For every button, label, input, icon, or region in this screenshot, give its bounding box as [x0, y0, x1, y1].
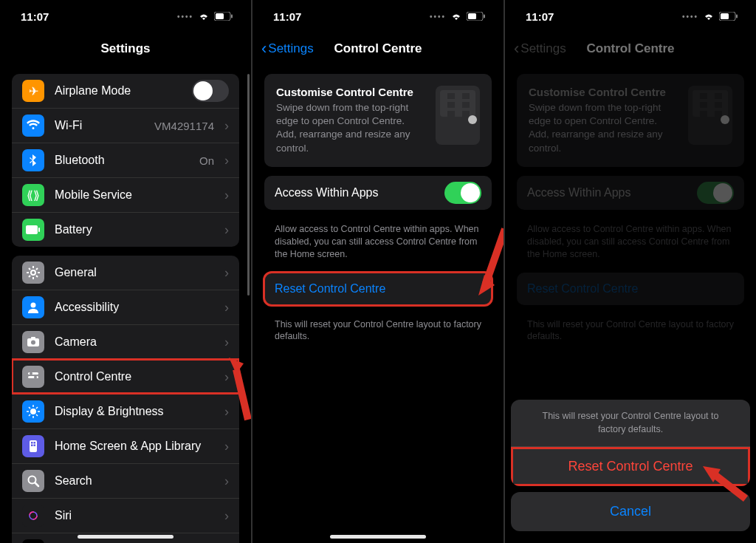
svg-point-12 [30, 372, 32, 375]
settings-row-bluetooth[interactable]: BluetoothOn› [12, 143, 239, 177]
battery-icon [467, 12, 486, 21]
camera-icon [22, 331, 44, 353]
chevron-right-icon: › [224, 300, 229, 315]
promo-description: Swipe down from the top-right edge to op… [529, 101, 678, 155]
apps-icon [22, 435, 44, 457]
access-switch[interactable] [444, 182, 481, 204]
svg-line-29 [35, 483, 39, 487]
access-within-apps-row[interactable]: Access Within Apps [264, 176, 492, 210]
sheet-cancel-button[interactable]: Cancel [511, 492, 750, 531]
cellular-icon: •••• [177, 13, 193, 21]
access-footer: Allow access to Control Centre within ap… [505, 219, 756, 264]
promo-description: Swipe down from the top-right edge to op… [276, 101, 425, 155]
reset-footer: This will reset your Control Centre layo… [252, 314, 504, 346]
svg-rect-1 [216, 13, 224, 19]
status-time: 11:07 [21, 10, 49, 23]
settings-row-mobile-service[interactable]: ⟪⟫Mobile Service› [12, 177, 239, 212]
customise-promo-card[interactable]: Customise Control Centre Swipe down from… [264, 74, 492, 167]
svg-rect-24 [31, 442, 33, 444]
svg-rect-2 [231, 15, 233, 18]
nav-title: Control Centre [587, 41, 675, 56]
chevron-right-icon: › [224, 265, 229, 281]
nav-bar: ‹ Settings Control Centre [505, 33, 756, 65]
row-label: Airplane Mode [55, 84, 182, 98]
battery-icon [719, 12, 738, 21]
battery-icon [214, 12, 233, 21]
row-value: VM4291174 [154, 120, 214, 132]
wifi-icon [22, 115, 44, 137]
row-label: Control Centre [55, 370, 214, 383]
status-bar: 11:07 •••• [505, 0, 756, 33]
svg-rect-26 [31, 445, 33, 447]
access-switch [697, 182, 734, 204]
toggle-switch[interactable] [192, 80, 229, 102]
row-label: Home Screen & App Library [55, 440, 214, 453]
back-button[interactable]: ‹ Settings [261, 41, 314, 57]
settings-row-accessibility[interactable]: Accessibility› [12, 290, 239, 324]
svg-point-13 [34, 376, 37, 379]
battery-icon [22, 219, 44, 241]
settings-row-home-screen-app-library[interactable]: Home Screen & App Library› [12, 428, 239, 463]
phone-screen-settings: 11:07 •••• Settings ✈Airplane ModeWi-FiV… [0, 0, 251, 543]
svg-line-21 [36, 407, 38, 409]
settings-row-wi-fi[interactable]: Wi-FiVM4291174› [12, 108, 239, 143]
wifi-icon [450, 12, 462, 21]
chevron-right-icon: › [224, 508, 229, 524]
customise-promo-card: Customise Control Centre Swipe down from… [517, 74, 744, 167]
settings-row-battery[interactable]: Battery› [12, 212, 239, 247]
scroll-indicator[interactable] [247, 74, 250, 296]
row-value: On [199, 154, 214, 167]
svg-point-6 [31, 303, 36, 308]
settings-row-control-centre[interactable]: Control Centre› [12, 359, 239, 394]
svg-rect-4 [38, 228, 40, 232]
icon-icon: ⟪⟫ [22, 184, 44, 206]
svg-line-19 [29, 407, 30, 409]
reset-label: Reset Control Centre [527, 282, 734, 296]
home-indicator[interactable] [330, 535, 426, 539]
svg-rect-44 [484, 15, 485, 18]
svg-line-20 [36, 414, 38, 416]
gear-icon [22, 262, 44, 284]
home-indicator[interactable] [78, 535, 173, 539]
svg-rect-9 [31, 337, 35, 339]
phone-screen-reset-sheet: 11:07 •••• ‹ Settings Control Centre Cus… [505, 0, 756, 543]
row-label: Wi-Fi [55, 119, 144, 132]
nav-title: Settings [100, 41, 150, 56]
sheet-reset-button[interactable]: Reset Control Centre [511, 447, 750, 486]
search-icon [22, 470, 44, 492]
back-button: ‹ Settings [514, 41, 566, 57]
row-label: Access Within Apps [275, 186, 434, 199]
settings-row-search[interactable]: Search› [12, 463, 239, 498]
settings-row-airplane-mode[interactable]: ✈Airplane Mode [12, 74, 239, 108]
settings-group-connectivity: ✈Airplane ModeWi-FiVM4291174›BluetoothOn… [12, 74, 239, 247]
chevron-left-icon: ‹ [261, 41, 267, 57]
sheet-options: This will reset your Control Centre layo… [511, 400, 750, 486]
chevron-left-icon: ‹ [514, 41, 519, 57]
promo-graphic [688, 86, 732, 145]
sliders-icon [22, 366, 44, 388]
status-time: 11:07 [526, 10, 554, 23]
reset-control-centre-group: Reset Control Centre [517, 273, 744, 305]
svg-rect-3 [26, 225, 38, 234]
promo-graphic [436, 86, 480, 145]
chevron-right-icon: › [224, 335, 229, 350]
row-label: Camera [55, 335, 214, 349]
settings-row-siri[interactable]: Siri› [12, 498, 239, 533]
access-footer: Allow access to Control Centre within ap… [252, 219, 504, 264]
reset-control-centre-button[interactable]: Reset Control Centre [264, 273, 492, 305]
settings-row-general[interactable]: General› [12, 256, 239, 290]
row-label: Mobile Service [55, 188, 214, 202]
svg-rect-25 [34, 442, 36, 444]
row-label: Battery [55, 223, 214, 236]
settings-row-display-brightness[interactable]: Display & Brightness› [12, 394, 239, 428]
status-time: 11:07 [273, 10, 301, 23]
status-bar: 11:07 •••• [0, 0, 251, 33]
phone-screen-control-centre: 11:07 •••• ‹ Settings Control Centre Cus… [252, 0, 504, 543]
cellular-icon: •••• [682, 13, 698, 21]
svg-point-8 [31, 341, 35, 345]
settings-row-camera[interactable]: Camera› [12, 324, 239, 359]
status-icons: •••• [430, 12, 486, 21]
action-sheet: This will reset your Control Centre layo… [511, 400, 750, 537]
svg-rect-48 [721, 13, 729, 19]
reset-control-centre-button: Reset Control Centre [517, 273, 744, 305]
